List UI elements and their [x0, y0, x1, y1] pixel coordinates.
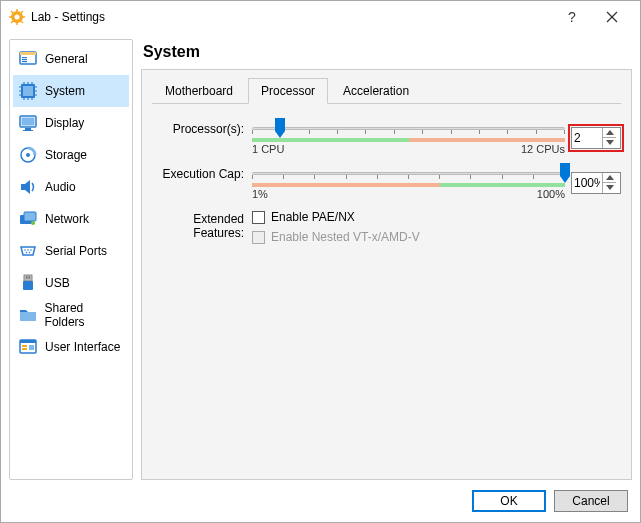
svg-rect-15 [22, 57, 27, 58]
svg-point-37 [26, 153, 30, 157]
execution-cap-min-label: 1% [252, 188, 268, 200]
svg-rect-52 [22, 345, 27, 347]
svg-rect-16 [22, 59, 27, 60]
help-button[interactable]: ? [552, 2, 592, 32]
svg-rect-19 [23, 86, 33, 96]
sidebar-item-storage[interactable]: Storage [13, 139, 129, 171]
sidebar-item-label: USB [45, 276, 70, 290]
content-area: System Motherboard Processor Acceleratio… [141, 39, 632, 480]
settings-window: Lab - Settings ? General System [0, 0, 641, 523]
display-icon [17, 112, 39, 134]
sidebar-item-display[interactable]: Display [13, 107, 129, 139]
sidebar-item-label: General [45, 52, 88, 66]
processors-slider-thumb[interactable] [274, 117, 286, 139]
svg-point-42 [27, 249, 29, 251]
sidebar-item-network[interactable]: Network [13, 203, 129, 235]
svg-point-44 [26, 252, 28, 254]
tab-acceleration[interactable]: Acceleration [330, 78, 422, 103]
sidebar-item-label: System [45, 84, 85, 98]
svg-line-7 [21, 21, 23, 23]
svg-rect-17 [22, 61, 27, 62]
sidebar-item-label: Audio [45, 180, 76, 194]
tabs-row: Motherboard Processor Acceleration [152, 78, 621, 104]
execution-cap-input[interactable] [572, 176, 602, 190]
svg-point-40 [31, 221, 35, 225]
sidebar-item-shared-folders[interactable]: Shared Folders [13, 299, 129, 331]
extended-features-row: Extended Features: Enable PAE/NX Enable … [152, 210, 621, 250]
svg-line-6 [11, 11, 13, 13]
svg-point-43 [30, 249, 32, 251]
sidebar-item-label: Network [45, 212, 89, 226]
processors-input[interactable] [572, 131, 602, 145]
svg-rect-39 [24, 212, 36, 221]
execution-cap-max-label: 100% [537, 188, 565, 200]
pae-nx-checkbox[interactable] [252, 211, 265, 224]
sidebar-item-label: Display [45, 116, 84, 130]
execution-cap-slider-thumb[interactable] [559, 162, 571, 184]
svg-rect-49 [29, 277, 31, 279]
svg-rect-46 [24, 275, 32, 281]
dialog-footer: OK Cancel [1, 480, 640, 522]
sidebar-item-audio[interactable]: Audio [13, 171, 129, 203]
svg-rect-53 [22, 348, 27, 350]
close-button[interactable] [592, 2, 632, 32]
nested-vtx-checkbox [252, 231, 265, 244]
user-interface-icon [17, 336, 39, 358]
sidebar-item-system[interactable]: System [13, 75, 129, 107]
processors-step-down[interactable] [603, 138, 616, 148]
svg-point-41 [24, 249, 26, 251]
cancel-button-label: Cancel [572, 494, 609, 508]
execution-cap-spinbox[interactable] [571, 172, 621, 194]
sidebar-item-serial-ports[interactable]: Serial Ports [13, 235, 129, 267]
svg-point-1 [15, 15, 20, 20]
processors-row: Processor(s): [152, 120, 621, 155]
shared-folders-icon [17, 304, 39, 326]
nested-vtx-label: Enable Nested VT-x/AMD-V [271, 230, 420, 244]
audio-icon [17, 176, 39, 198]
section-heading: System [141, 39, 632, 69]
svg-rect-48 [26, 277, 28, 279]
svg-rect-33 [22, 118, 35, 126]
tab-label: Processor [261, 84, 315, 98]
execution-cap-step-up[interactable] [603, 173, 616, 184]
sidebar-item-label: Storage [45, 148, 87, 162]
execution-cap-step-down[interactable] [603, 183, 616, 193]
svg-text:?: ? [568, 10, 576, 24]
svg-point-45 [29, 252, 31, 254]
tab-label: Motherboard [165, 84, 233, 98]
settings-panel: Motherboard Processor Acceleration Proce… [141, 69, 632, 480]
execution-cap-slider[interactable]: 1% 100% [252, 165, 565, 200]
system-icon [17, 80, 39, 102]
network-icon [17, 208, 39, 230]
svg-line-8 [11, 21, 13, 23]
processors-label: Processor(s): [152, 120, 252, 136]
svg-rect-47 [23, 281, 33, 290]
processors-slider[interactable]: 1 CPU 12 CPUs [252, 120, 565, 155]
svg-rect-14 [20, 52, 36, 55]
sidebar-item-label: Serial Ports [45, 244, 107, 258]
svg-rect-34 [25, 128, 31, 130]
serial-ports-icon [17, 240, 39, 262]
processors-spinbox[interactable] [571, 127, 621, 149]
window-title: Lab - Settings [31, 10, 552, 24]
storage-icon [17, 144, 39, 166]
tab-motherboard[interactable]: Motherboard [152, 78, 246, 103]
tab-processor[interactable]: Processor [248, 78, 328, 104]
sidebar-item-general[interactable]: General [13, 43, 129, 75]
execution-cap-row: Execution Cap: [152, 165, 621, 200]
category-sidebar: General System Display Storage [9, 39, 133, 480]
execution-cap-label: Execution Cap: [152, 165, 252, 181]
ok-button[interactable]: OK [472, 490, 546, 512]
app-icon [9, 9, 25, 25]
extended-features-label: Extended Features: [152, 210, 252, 240]
general-icon [17, 48, 39, 70]
sidebar-item-label: Shared Folders [45, 301, 125, 329]
cancel-button[interactable]: Cancel [554, 490, 628, 512]
processors-step-up[interactable] [603, 128, 616, 139]
svg-rect-35 [23, 130, 33, 131]
svg-rect-54 [29, 345, 34, 350]
sidebar-item-usb[interactable]: USB [13, 267, 129, 299]
usb-icon [17, 272, 39, 294]
sidebar-item-user-interface[interactable]: User Interface [13, 331, 129, 363]
ok-button-label: OK [500, 494, 517, 508]
